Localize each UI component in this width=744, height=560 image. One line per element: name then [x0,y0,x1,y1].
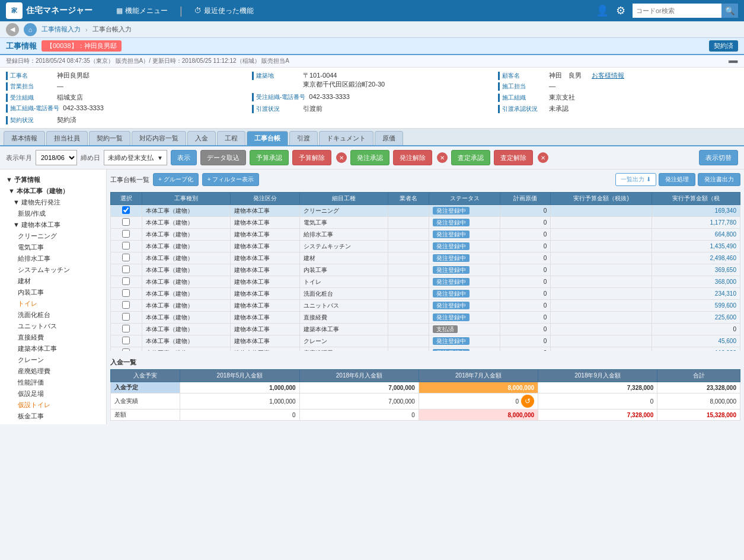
row-select-cell[interactable] [111,241,142,252]
data-import-button[interactable]: データ取込 [200,150,246,165]
tab-contract[interactable]: 契約一覧 [89,131,130,145]
order-output-button[interactable]: 発注書出力 [698,173,740,186]
user-icon[interactable]: 👤 [596,4,609,17]
row-checkbox[interactable] [122,218,130,226]
row-checkbox[interactable] [122,242,130,249]
sidebar-item-interior[interactable]: 内装工事 [4,287,103,298]
sidebar-item-sheet-metal[interactable]: 板金工事 [4,411,103,422]
sidebar-item-new[interactable]: 新規/作成 [4,208,103,219]
row-checkbox[interactable] [122,337,130,344]
sidebar-item-waste[interactable]: 産廃処理費 [4,366,103,377]
sidebar-item-crane[interactable]: クレーン [4,354,103,366]
display-button[interactable]: 表示 [171,150,197,165]
customer-link[interactable]: お客様情報 [592,71,624,80]
menu-nav-item[interactable]: ▦ 機能メニュー [116,6,168,16]
row-checkbox[interactable] [122,230,130,238]
confirm-button[interactable]: 査定承認 [451,150,490,165]
row-checkbox[interactable] [122,254,130,261]
tab-payment[interactable]: 入金 [187,131,216,145]
tab-document[interactable]: ドキュメント [319,131,373,145]
row-select-cell[interactable] [111,347,142,351]
row-checkbox[interactable] [122,206,130,214]
gear-icon[interactable]: ⚙ [616,4,625,17]
table-row[interactable]: 本体工事（建物） 建物本体工事 直接経費 発注登録中 0 225,600 [111,312,740,324]
table-row[interactable]: 本体工事（建物） 建物本体工事 内装工事 発注登録中 0 369,650 [111,264,740,276]
table-row[interactable]: 本体工事（建物） 建物本体工事 トイレ 発注登録中 0 368,000 [111,276,740,288]
tab-cost[interactable]: 原価 [375,131,403,145]
sidebar-item-material[interactable]: 建材 [4,276,103,287]
row-select-cell[interactable] [111,217,142,229]
sidebar-item-toilet[interactable]: トイレ [4,298,103,309]
sidebar-item-cleaning[interactable]: クリーニング [4,231,103,242]
sidebar-item-plastering[interactable]: 左官工事 [4,422,103,424]
order-approve-button[interactable]: 予算承認 [250,150,289,165]
sidebar-item-temp-toilet[interactable]: 仮設トイレ [4,399,103,411]
toggle-button[interactable]: 表示切替 [699,150,738,165]
row-checkbox[interactable] [122,348,130,351]
recent-nav-item[interactable]: ⏱ 最近使った機能 [194,6,254,16]
order-release-close[interactable]: ✕ [437,152,448,163]
order-cancel-close[interactable]: ✕ [336,152,347,163]
order-register-button[interactable]: 発注承認 [350,150,389,165]
table-row[interactable]: 本体工事（建物） 建物本体工事 クリーニング 発注登録中 0 169,340 [111,205,740,217]
row-select-cell[interactable] [111,276,142,288]
display-month-select[interactable]: 2018/06 [36,150,77,165]
table-row[interactable]: 本体工事（建物） 建物本体工事 ユニットバス 発注登録中 0 599,600 [111,300,740,312]
row-select-cell[interactable] [111,324,142,335]
search-button[interactable]: 🔍 [721,4,738,18]
tab-staff[interactable]: 担当社員 [46,131,88,145]
row-select-cell[interactable] [111,229,142,241]
tab-response[interactable]: 対応内容一覧 [132,131,186,145]
sidebar-item-direct-cost[interactable]: 直接経費 [4,332,103,343]
tab-ledger[interactable]: 工事台帳 [247,131,288,145]
row-select-cell[interactable] [111,252,142,264]
sidebar-item-unitbath[interactable]: ユニットバス [4,321,103,332]
table-row[interactable]: 本体工事（建物） 建物本体工事 給排水工事 発注登録中 0 664,800 [111,229,740,241]
row-checkbox[interactable] [122,277,130,285]
tab-process[interactable]: 工程 [217,131,245,145]
row-checkbox[interactable] [122,265,130,273]
filter-button[interactable]: + フィルター表示 [202,173,260,186]
sidebar-item-scaffold[interactable]: 仮設足場 [4,388,103,399]
table-row[interactable]: 本体工事（建物） 建物本体工事 建材 発注登録中 0 2,498,460 [111,252,740,264]
table-row[interactable]: 本体工事（建物） 建物本体工事 電気工事 発注登録中 0 1,177,780 [111,217,740,229]
home-button[interactable]: ⌂ [24,23,37,36]
table-row[interactable]: 本体工事（建物） 建物本体工事 システムキッチン 発注登録中 0 1,435,4… [111,241,740,252]
row-select-cell[interactable] [111,300,142,312]
sidebar-item-main-building[interactable]: ▼ 本体工事（建物） [4,185,103,197]
sidebar-item-electric[interactable]: 電気工事 [4,242,103,253]
sidebar-item-performance[interactable]: 性能評価 [4,377,103,388]
breadcrumb-item-1[interactable]: 工事情報入力 [41,25,81,34]
row-checkbox[interactable] [122,301,130,309]
row-select-cell[interactable] [111,264,142,276]
table-row[interactable]: 本体工事（建物） 建物本体工事 クレーン 発注登録中 0 45,600 [111,335,740,347]
table-row[interactable]: 本体工事（建物） 建物本体工事 建築本体工事 支払済 0 0 [111,324,740,335]
sidebar-item-plumbing[interactable]: 給排水工事 [4,253,103,264]
tab-basic[interactable]: 基本情報 [4,131,45,145]
confirm-cancel-close[interactable]: ✕ [538,152,548,163]
order-cancel-button[interactable]: 予算解除 [292,150,331,165]
sidebar-item-washbasin[interactable]: 洗面化粧台 [4,309,103,321]
collapse-icon[interactable]: ➖ [728,57,738,66]
order-process-button[interactable]: 発注処理 [659,173,695,186]
sidebar-item-kitchen[interactable]: システムキッチン [4,264,103,276]
export-button[interactable]: 一覧出力 ⬇ [615,173,656,186]
row-checkbox[interactable] [122,289,130,297]
search-input[interactable] [633,4,721,18]
closing-day-dropdown[interactable]: 未締め登末支払 ▼ [104,150,167,165]
group-button[interactable]: + グループ化 [153,173,199,186]
sidebar-item-arch-main[interactable]: 建築本体工事 [4,343,103,354]
table-row[interactable]: 本体工事（建物） 建物本体工事 産廃処理費 発注登録中 0 110,930 [111,347,740,351]
row-select-cell[interactable] [111,205,142,217]
row-select-cell[interactable] [111,312,142,324]
row-checkbox[interactable] [122,325,130,332]
refresh-icon[interactable]: ↺ [521,395,534,408]
tab-delivery[interactable]: 引渡 [289,131,318,145]
row-select-cell[interactable] [111,335,142,347]
table-row[interactable]: 本体工事（建物） 建物本体工事 洗面化粧台 発注登録中 0 234,310 [111,288,740,300]
sidebar-item-building-main[interactable]: ▼ 建物本体工事 [4,219,103,231]
row-checkbox[interactable] [122,313,130,321]
confirm-cancel-button[interactable]: 査定解除 [494,150,533,165]
row-select-cell[interactable] [111,288,142,300]
sidebar-item-advance[interactable]: ▼ 建物先行発注 [4,197,103,208]
